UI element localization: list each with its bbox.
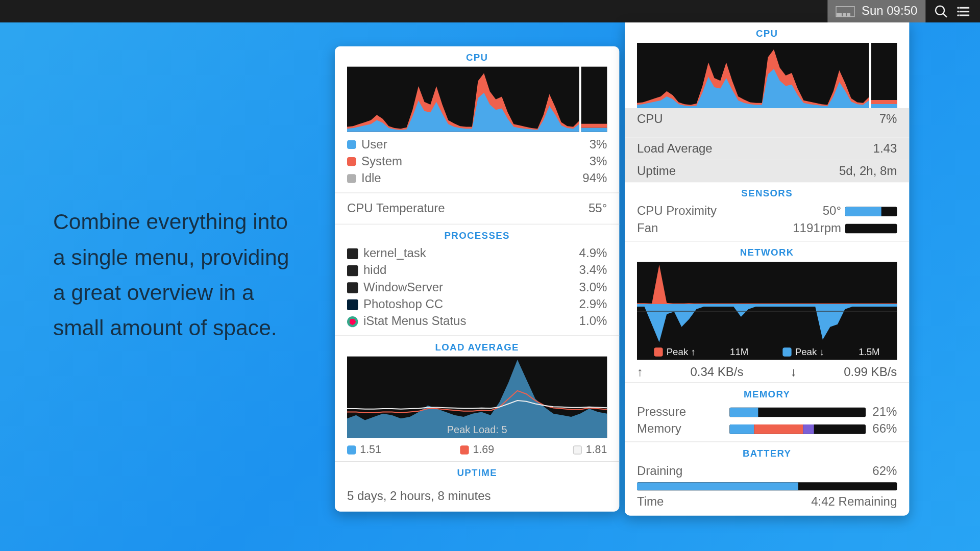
sensor-bar-icon [845, 224, 897, 234]
cpu-chart [335, 67, 619, 132]
sensor-cpu-proximity[interactable]: CPU Proximity 50° [625, 203, 909, 219]
cpu-mini-graph-icon [836, 6, 854, 16]
swatch-white-icon [573, 445, 581, 454]
load-average-row[interactable]: Load Average1.43 [625, 137, 909, 160]
svg-line-1 [943, 13, 947, 17]
process-list: kernel_task4.9%hidd3.4%WindowServer3.0%P… [335, 245, 619, 330]
svg-point-6 [957, 10, 959, 12]
app-icon [347, 316, 358, 327]
swatch-blue-icon [347, 445, 356, 454]
section-title-network: NETWORK [625, 241, 909, 262]
section-title-sensors: SENSORS [625, 182, 909, 203]
cpu-user-row: User3% [335, 136, 619, 153]
swatch-red-icon [460, 445, 469, 454]
memory-bar-icon [729, 424, 866, 434]
network-chart: Peak ↑ 11M Peak ↓ 1.5M [637, 262, 897, 360]
network-rate-row: ↑ 0.34 KB/s ↓ 0.99 KB/s [625, 360, 909, 382]
section-title-uptime: UPTIME [335, 462, 619, 482]
swatch-blue-icon [783, 347, 792, 356]
cpu-temperature-row[interactable]: CPU Temperature55° [335, 192, 619, 224]
section-title-cpu-r: CPU [625, 22, 909, 43]
battery-state-row[interactable]: Draining62% [625, 463, 909, 480]
menubar-clock: Sun 09:50 [862, 4, 917, 18]
sensor-fan[interactable]: Fan 1191rpm [625, 220, 909, 237]
process-row[interactable]: iStat Menus Status1.0% [335, 313, 619, 330]
svg-point-0 [936, 6, 944, 14]
battery-time-row[interactable]: Time4:42 Remaining [625, 493, 909, 516]
cpu-chart-current-bar [581, 67, 607, 132]
memory-pressure-row[interactable]: Pressure 21% [625, 404, 909, 420]
load-values-row: 1.51 1.69 1.81 [335, 438, 619, 461]
memory-usage-row[interactable]: Memory 66% [625, 420, 909, 437]
cpu-chart-r [625, 43, 909, 108]
pressure-bar-icon [729, 407, 866, 417]
cpu-idle-row: Idle94% [335, 170, 619, 187]
svg-point-7 [957, 14, 959, 16]
swatch-grey-icon [347, 174, 356, 183]
swatch-red-icon [347, 157, 356, 166]
cpu-percent-row[interactable]: CPU7% [625, 108, 909, 131]
uptime-row[interactable]: Uptime5d, 2h, 8m [625, 160, 909, 182]
battery-bar-icon [637, 482, 897, 490]
istat-menubar-item[interactable]: Sun 09:50 [827, 0, 925, 22]
swatch-red-icon [654, 347, 663, 356]
app-icon [347, 265, 358, 276]
process-row[interactable]: Photoshop CC2.9% [335, 296, 619, 313]
dropdown-panel-primary: CPU User3% System3% Idle94% CPU Temperat… [335, 46, 619, 512]
swatch-blue-icon [347, 140, 356, 149]
app-icon [347, 299, 358, 310]
section-title-battery: BATTERY [625, 442, 909, 463]
svg-point-5 [957, 7, 959, 9]
app-icon [347, 282, 358, 293]
section-title-cpu: CPU [335, 46, 619, 67]
cpu-chart-graph [347, 67, 579, 132]
cpu-system-row: System3% [335, 153, 619, 170]
process-row[interactable]: kernel_task4.9% [335, 245, 619, 262]
section-title-processes: PROCESSES [335, 224, 619, 245]
macos-menu-bar: Sun 09:50 [0, 0, 980, 22]
section-title-load: LOAD AVERAGE [335, 336, 619, 357]
process-row[interactable]: hidd3.4% [335, 262, 619, 279]
spotlight-search-icon[interactable] [934, 4, 948, 18]
load-average-chart: Peak Load: 5 [347, 357, 607, 438]
process-row[interactable]: WindowServer3.0% [335, 279, 619, 296]
uptime-value: 5 days, 2 hours, 8 minutes [335, 482, 619, 511]
sensor-bar-icon [845, 207, 897, 217]
network-peak-labels: Peak ↑ 11M Peak ↓ 1.5M [637, 346, 897, 357]
app-icon [347, 248, 358, 259]
cpu-chart-current-bar-r [871, 43, 897, 108]
notification-center-icon[interactable] [957, 4, 972, 18]
dropdown-panel-secondary: CPU CPU7% Load Average1.43 Uptime5d, 2h,… [625, 22, 909, 516]
cpu-chart-graph-r [637, 43, 869, 108]
section-title-memory: MEMORY [625, 383, 909, 404]
marketing-copy: Combine everything into a single menu, p… [53, 204, 305, 345]
peak-load-label: Peak Load: 5 [347, 424, 607, 436]
